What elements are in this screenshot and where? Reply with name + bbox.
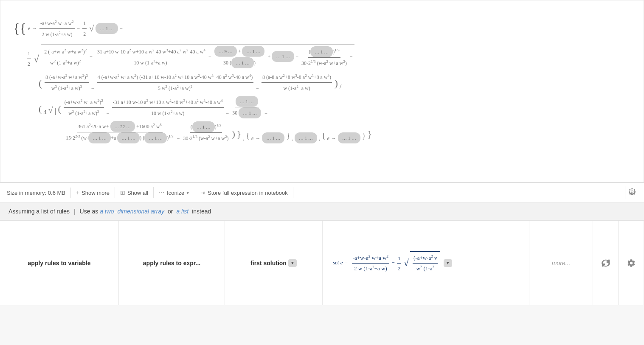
pill-1e[interactable]: … 1 … <box>310 46 333 57</box>
pill-1n[interactable]: … 1 … <box>338 132 360 143</box>
use-as-text: Use as <box>80 208 98 215</box>
pill-1h[interactable]: … 1 … <box>88 132 111 143</box>
pill-1b[interactable]: … 1 … <box>242 46 264 57</box>
plus-icon: + <box>76 189 79 196</box>
first-solution-dropdown[interactable]: ▼ <box>288 259 297 267</box>
expr-line-5: 361 a2-20 a w+ … 22 … +1600 a2 w8 15⋅22/… <box>64 121 631 143</box>
show-more-button[interactable]: + Show more <box>71 187 115 198</box>
open-brace: {{ <box>13 15 26 42</box>
fraction-2: 1 2 <box>82 18 87 39</box>
memory-label: Size in memory: 0.6 MB <box>7 190 65 196</box>
results-table: apply rules to variable apply rules to e… <box>0 220 644 305</box>
array-link[interactable]: a two–dimensional array <box>100 208 164 215</box>
store-label: Store full expression in notebook <box>208 190 288 196</box>
iconize-label: Iconize <box>167 190 184 196</box>
math-output: {{ e → -a+w-a2 w+a w2 2 w (1-a2+a w) − 1… <box>9 8 635 148</box>
memory-size: Size in memory: 0.6 MB <box>5 188 71 198</box>
col1-label: apply rules to variable <box>28 260 91 266</box>
reload-icon <box>601 258 610 268</box>
expr-line-3: ( 8 (-a+w-a2 w+a w2)3 w3 (1-a2+a w)3 − 4… <box>39 72 631 93</box>
gear-icon <box>629 188 636 195</box>
assumption-text: Assuming a list of rules <box>8 208 70 215</box>
expr-line-2: 1 2 √ 2 (-a+w-a2 w+a w2)2 w2 (1-a2+a w)2… <box>26 45 631 69</box>
pill-1c[interactable]: … 1 … <box>231 57 254 68</box>
col7-options-cell[interactable] <box>619 221 644 305</box>
assumption-bar: Assuming a list of rules | Use as a two–… <box>0 203 644 220</box>
col6-reload-cell[interactable] <box>593 221 619 305</box>
col4-formula-cell: set e = -a+w-a2 w+a w2 2 w (1-a2+a w) − … <box>323 221 529 305</box>
expression-area: {{ e → -a+w-a2 w+a w2 2 w (1-a2+a w) − 1… <box>0 0 644 182</box>
pill-1m[interactable]: … 1 … <box>295 132 317 143</box>
list-link[interactable]: a list <box>176 208 188 215</box>
result-formula: set e = -a+w-a2 w+a w2 2 w (1-a2+a w) − … <box>333 251 452 274</box>
col2-label: apply rules to expr... <box>143 260 200 266</box>
store-notebook-button[interactable]: ⇥ Store full expression in notebook <box>195 187 293 198</box>
show-all-button[interactable]: ⊞ Show all <box>115 187 154 198</box>
fraction-1: -a+w-a2 w+a w2 2 w (1-a2+a w) <box>39 18 75 39</box>
formula-dropdown[interactable]: ▼ <box>444 259 452 267</box>
pill-1f[interactable]: … 1 … <box>236 96 258 107</box>
col1-cell: apply rules to variable <box>0 221 119 305</box>
store-icon: ⇥ <box>200 189 205 196</box>
or-text: or <box>168 208 173 215</box>
col2-cell: apply rules to expr... <box>119 221 225 305</box>
grid-icon: ⊞ <box>120 189 125 196</box>
expr-line-4: ( 4 √ | ( (-a+w-a2 w+a w2)2 w2 (1-a2+a w… <box>39 96 631 118</box>
instead-text: instead <box>192 208 211 215</box>
show-more-label: Show more <box>82 190 110 196</box>
assumption-sep: | <box>74 208 76 215</box>
pill-1d[interactable]: … 1 … <box>272 51 294 62</box>
pill-dots-1a[interactable]: … 1 … <box>96 23 118 34</box>
output-toolbar: Size in memory: 0.6 MB + Show more ⊞ Sho… <box>0 182 644 203</box>
pill-1l[interactable]: … 1 … <box>262 132 284 143</box>
iconize-dropdown-arrow: ▼ <box>186 191 190 195</box>
e-var: e <box>28 23 30 34</box>
first-solution-label: first solution <box>250 260 287 266</box>
more-label: more... <box>552 260 571 266</box>
dots-icon: ⋯ <box>159 189 165 196</box>
iconize-button[interactable]: ⋯ Iconize ▼ <box>154 187 195 198</box>
pill-22[interactable]: … 22 … <box>110 121 135 132</box>
col3-cell: first solution ▼ <box>225 221 323 305</box>
expr-line-1: {{ e → -a+w-a2 w+a w2 2 w (1-a2+a w) − 1… <box>13 15 631 42</box>
show-all-label: Show all <box>127 190 148 196</box>
pill-1j[interactable]: … 1 … <box>144 132 167 143</box>
col5-more-cell[interactable]: more... <box>529 221 593 305</box>
pill-1k[interactable]: … 1 … <box>192 121 215 132</box>
pill-1i[interactable]: … 1 … <box>117 132 140 143</box>
pill-1g[interactable]: … 1 … <box>239 107 261 118</box>
options-icon <box>627 258 636 268</box>
settings-button[interactable] <box>625 186 639 199</box>
pill-9[interactable]: … 9 … <box>214 46 237 57</box>
